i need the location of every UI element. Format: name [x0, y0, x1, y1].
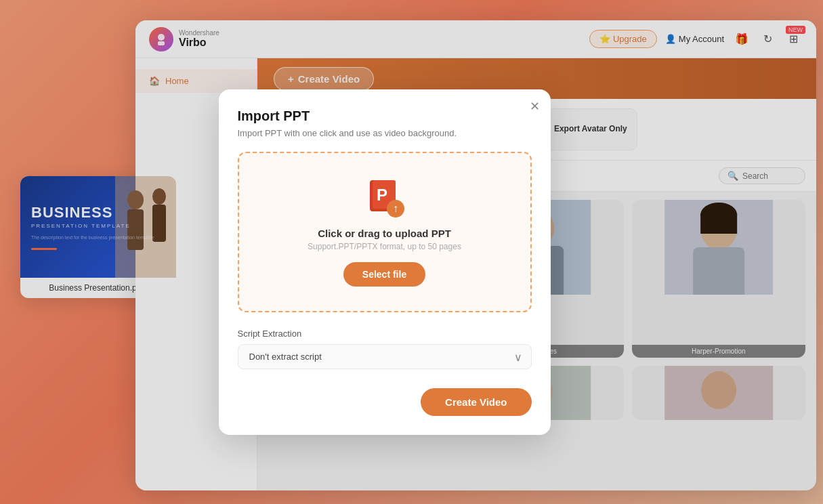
upload-ppt-icon: P ↑ [364, 177, 405, 218]
import-ppt-modal: ✕ Import PPT Import PPT with one click a… [219, 89, 551, 435]
script-dropdown[interactable]: Don't extract scriptExtract from slidesE… [238, 344, 532, 369]
modal-title: Import PPT [238, 108, 532, 124]
upload-main-text: Click or drag to upload PPT [253, 228, 517, 239]
modal-close-button[interactable]: ✕ [530, 99, 540, 114]
upload-zone[interactable]: P ↑ Click or drag to upload PPT Support.… [238, 152, 532, 312]
create-video-submit-button[interactable]: Create Video [421, 388, 531, 416]
script-label: Script Extraction [238, 329, 532, 339]
modal-overlay: ✕ Import PPT Import PPT with one click a… [0, 0, 823, 504]
script-dropdown-wrapper: Don't extract scriptExtract from slidesE… [238, 344, 532, 369]
modal-subtitle: Import PPT with one click and use as vid… [238, 128, 532, 138]
svg-text:P: P [377, 186, 387, 204]
svg-text:↑: ↑ [393, 203, 398, 214]
upload-hint-text: Support.PPT/PPTX format, up to 50 pages [253, 242, 517, 251]
modal-footer: Create Video [238, 388, 532, 416]
select-file-button[interactable]: Select file [343, 262, 425, 287]
script-extraction-section: Script Extraction Don't extract scriptEx… [238, 329, 532, 369]
